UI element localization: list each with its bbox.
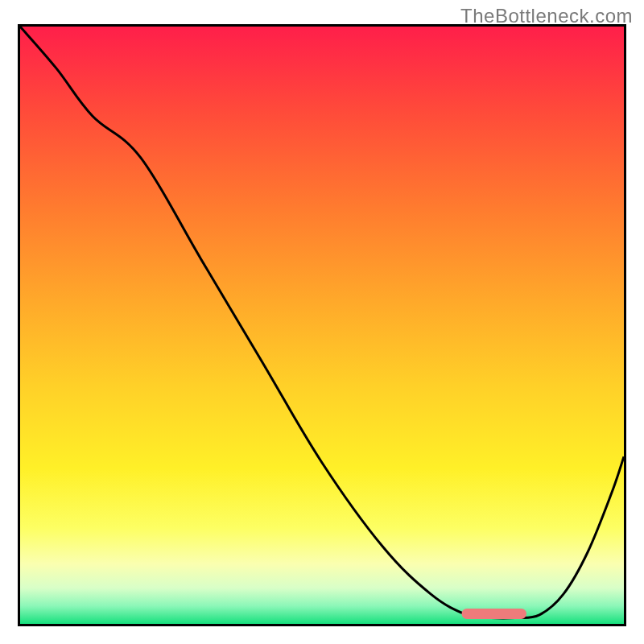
chart-container: TheBottleneck.com [0,0,644,644]
plot-frame [18,24,626,626]
watermark-text: TheBottleneck.com [460,5,633,27]
plot-svg [20,27,624,624]
plot-background [20,27,624,624]
